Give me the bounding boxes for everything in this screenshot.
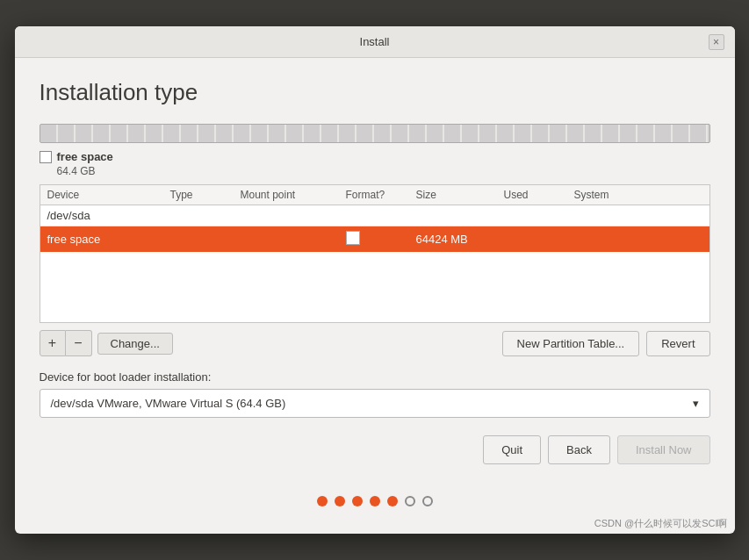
format-checkbox[interactable] [346, 231, 360, 245]
content-area: Installation type free space 64.4 GB Dev… [15, 58, 735, 482]
table-header: Device Type Mount point Format? Size Use… [40, 185, 709, 205]
page-title: Installation type [40, 79, 710, 106]
remove-partition-button[interactable]: − [66, 330, 92, 356]
add-partition-button[interactable]: + [40, 330, 66, 356]
free-space-name: free space [57, 150, 113, 163]
new-partition-table-button[interactable]: New Partition Table... [502, 331, 640, 356]
table-empty-area [40, 252, 709, 322]
table-row[interactable]: free space 64424 MB [40, 226, 709, 252]
close-button[interactable]: × [709, 34, 724, 50]
pagination-dot-4 [370, 496, 380, 506]
pagination-dot-1 [317, 496, 328, 506]
install-now-button[interactable]: Install Now [617, 435, 710, 464]
chevron-down-icon: ▾ [693, 397, 699, 410]
pagination-dot-7 [422, 496, 433, 506]
main-window: Install × Installation type free space 6… [15, 26, 735, 534]
revert-button[interactable]: Revert [646, 331, 709, 356]
pagination-dot-6 [405, 496, 415, 506]
pagination [15, 482, 735, 513]
row-name: free space [47, 233, 170, 246]
change-button[interactable]: Change... [97, 333, 173, 355]
free-space-label-row: free space [40, 150, 710, 163]
back-button[interactable]: Back [548, 435, 610, 464]
watermark: CSDN @什么时候可以发SCI啊 [15, 513, 735, 534]
col-system: System [574, 189, 702, 201]
pagination-dot-5 [387, 496, 398, 506]
boot-loader-value: /dev/sda VMware, VMware Virtual S (64.4 … [51, 397, 286, 410]
device-row[interactable]: /dev/sda [40, 205, 709, 226]
col-mount: Mount point [241, 189, 346, 201]
col-format: Format? [346, 189, 416, 201]
pagination-dot-3 [352, 496, 363, 506]
boot-loader-section: Device for boot loader installation: /de… [40, 370, 710, 418]
boot-loader-dropdown[interactable]: /dev/sda VMware, VMware Virtual S (64.4 … [40, 389, 710, 418]
row-size: 64424 MB [416, 233, 504, 246]
free-space-checkbox[interactable] [40, 151, 52, 163]
action-buttons: Quit Back Install Now [40, 435, 710, 464]
col-device: Device [47, 189, 170, 201]
partition-toolbar: + − Change... New Partition Table... Rev… [40, 330, 710, 356]
disk-bar [40, 124, 710, 143]
free-space-size: 64.4 GB [57, 165, 710, 177]
right-toolbar: New Partition Table... Revert [502, 331, 710, 356]
pagination-dot-2 [335, 496, 345, 506]
boot-loader-label: Device for boot loader installation: [40, 370, 710, 384]
col-size: Size [416, 189, 504, 201]
col-type: Type [170, 189, 241, 201]
window-title: Install [360, 35, 390, 48]
row-format [346, 231, 416, 248]
titlebar: Install × [15, 26, 735, 58]
partition-table: Device Type Mount point Format? Size Use… [40, 184, 710, 323]
col-used: Used [504, 189, 574, 201]
quit-button[interactable]: Quit [483, 435, 541, 464]
